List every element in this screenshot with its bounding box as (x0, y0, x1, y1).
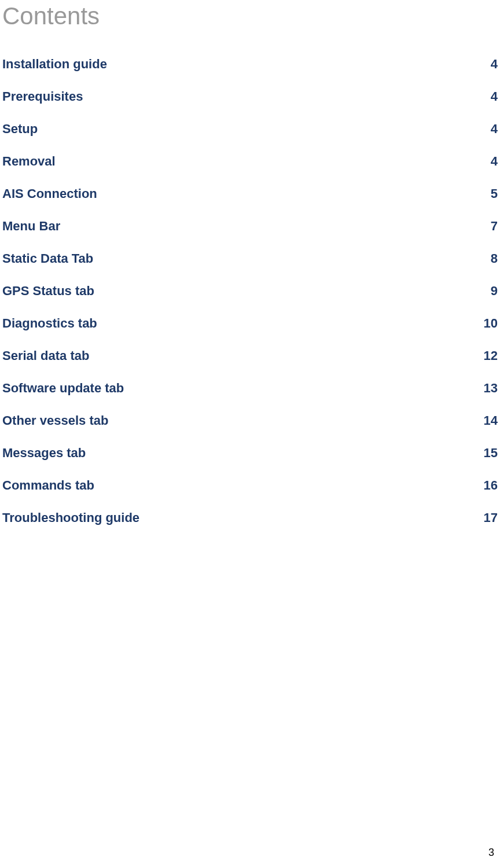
toc-entry[interactable]: GPS Status tab 9 (2, 284, 498, 299)
toc-entry-page: 15 (484, 446, 498, 461)
toc-entry-page: 4 (491, 89, 498, 104)
toc-entry[interactable]: AIS Connection 5 (2, 186, 498, 201)
toc-entry-title: Troubleshooting guide (2, 510, 139, 525)
toc-entry[interactable]: Setup 4 (2, 122, 498, 137)
toc-entry[interactable]: Diagnostics tab 10 (2, 316, 498, 331)
toc-entry-title: Prerequisites (2, 89, 83, 104)
toc-entry[interactable]: Serial data tab 12 (2, 348, 498, 363)
toc-entry-title: Static Data Tab (2, 251, 93, 266)
toc-entry-page: 13 (484, 381, 498, 396)
toc-entry[interactable]: Messages tab 15 (2, 446, 498, 461)
toc-entry-page: 14 (484, 413, 498, 428)
toc-entry-title: Installation guide (2, 57, 107, 72)
toc-entry-title: Other vessels tab (2, 413, 108, 428)
toc-entry-page: 4 (491, 57, 498, 72)
toc-entry-title: AIS Connection (2, 186, 97, 201)
toc-entry-page: 12 (484, 348, 498, 363)
toc-entry[interactable]: Installation guide 4 (2, 57, 498, 72)
toc-entry[interactable]: Other vessels tab 14 (2, 413, 498, 428)
toc-entry-title: Messages tab (2, 446, 86, 461)
toc-entry[interactable]: Removal 4 (2, 154, 498, 169)
toc-entry-title: GPS Status tab (2, 284, 94, 299)
toc-entry-title: Diagnostics tab (2, 316, 97, 331)
toc-entry-title: Software update tab (2, 381, 124, 396)
toc-entry[interactable]: Troubleshooting guide 17 (2, 510, 498, 525)
toc-entry-page: 8 (491, 251, 498, 266)
toc-entry-page: 16 (484, 478, 498, 493)
toc-entry[interactable]: Static Data Tab 8 (2, 251, 498, 266)
toc-entry-page: 4 (491, 122, 498, 137)
toc-entry-title: Removal (2, 154, 56, 169)
toc-entry-title: Menu Bar (2, 219, 60, 234)
toc-entry-page: 17 (484, 510, 498, 525)
toc-entry[interactable]: Prerequisites 4 (2, 89, 498, 104)
toc-entry-page: 9 (491, 284, 498, 299)
toc-entry-title: Serial data tab (2, 348, 89, 363)
page-title: Contents (0, 0, 500, 30)
toc-entry-page: 5 (491, 186, 498, 201)
toc-entry-page: 4 (491, 154, 498, 169)
table-of-contents: Installation guide 4 Prerequisites 4 Set… (0, 57, 500, 525)
toc-entry-title: Commands tab (2, 478, 94, 493)
toc-entry-title: Setup (2, 122, 38, 137)
toc-entry[interactable]: Software update tab 13 (2, 381, 498, 396)
toc-entry-page: 10 (484, 316, 498, 331)
page-number: 3 (488, 847, 494, 859)
toc-entry[interactable]: Menu Bar 7 (2, 219, 498, 234)
toc-entry-page: 7 (491, 219, 498, 234)
toc-entry[interactable]: Commands tab 16 (2, 478, 498, 493)
